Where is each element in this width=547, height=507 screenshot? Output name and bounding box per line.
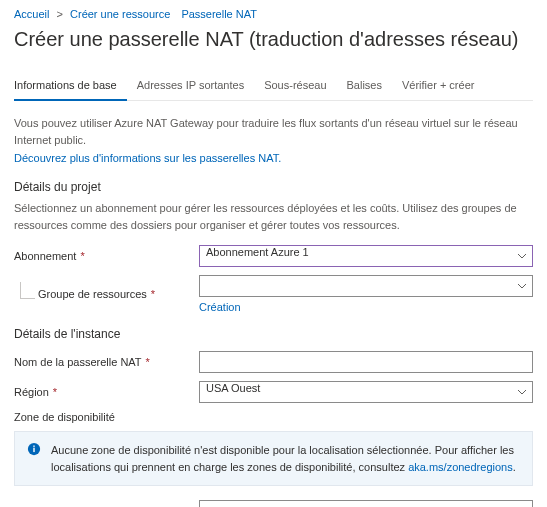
tab-outbound-ip[interactable]: Adresses IP sortantes (127, 73, 254, 100)
section-project-desc: Sélectionnez un abonnement pour gérer le… (14, 200, 533, 233)
zoned-regions-link[interactable]: aka.ms/zonedregions (408, 461, 513, 473)
subscription-select[interactable]: Abonnement Azure 1 (199, 245, 533, 267)
availability-zone-label: Zone de disponibilité (14, 411, 199, 423)
tab-tags[interactable]: Balises (337, 73, 392, 100)
region-label: Région* (14, 386, 199, 398)
tabs: Informations de base Adresses IP sortant… (14, 73, 533, 101)
page-title: Créer une passerelle NAT (traduction d'a… (14, 28, 533, 51)
svg-rect-1 (33, 448, 34, 452)
section-project-title: Détails du projet (14, 180, 533, 194)
info-icon (27, 442, 41, 456)
svg-rect-2 (33, 446, 34, 447)
resource-group-label: Groupe de ressources* (14, 288, 199, 300)
gateway-name-label: Nom de la passerelle NAT* (14, 356, 199, 368)
idle-timeout-input[interactable] (199, 500, 533, 507)
tab-basics[interactable]: Informations de base (14, 73, 127, 101)
region-select[interactable]: USA Ouest (199, 381, 533, 403)
section-instance-title: Détails de l'instance (14, 327, 533, 341)
tab-subnet[interactable]: Sous-réseau (254, 73, 336, 100)
breadcrumb: Accueil > Créer une ressource Passerelle… (14, 8, 533, 20)
availability-zone-info: Aucune zone de disponibilité n'est dispo… (14, 431, 533, 486)
breadcrumb-nat-gateway[interactable]: Passerelle NAT (181, 8, 257, 20)
tab-review-create[interactable]: Vérifier + créer (392, 73, 484, 100)
resource-group-select[interactable] (199, 275, 533, 297)
breadcrumb-home[interactable]: Accueil (14, 8, 49, 20)
breadcrumb-create-resource[interactable]: Créer une ressource (70, 8, 170, 20)
gateway-name-input[interactable] (199, 351, 533, 373)
create-rg-link[interactable]: Création (199, 301, 241, 313)
learn-more-link[interactable]: Découvrez plus d'informations sur les pa… (14, 152, 281, 164)
breadcrumb-sep: > (57, 8, 63, 20)
intro-text: Vous pouvez utiliser Azure NAT Gateway p… (14, 115, 533, 148)
subscription-label: Abonnement* (14, 250, 199, 262)
